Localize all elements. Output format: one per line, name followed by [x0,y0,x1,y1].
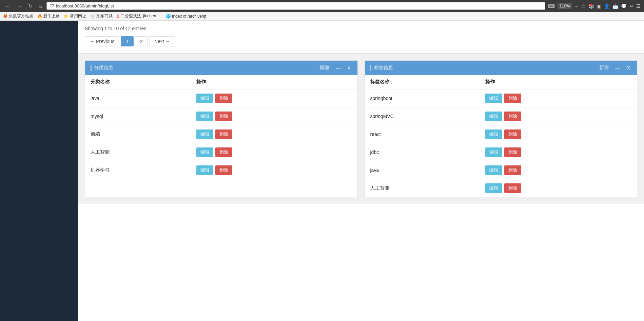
category-delete-button-1[interactable]: 删除 [215,112,232,121]
category-card-title: 分类信息 [91,65,113,71]
prev-button[interactable]: ← Previous [85,36,119,46]
category-table-row: 人工智能 编辑 删除 [85,143,357,161]
tag-action-cell: 编辑 删除 [480,89,637,107]
category-table-row: java 编辑 删除 [85,89,357,107]
tag-delete-button-0[interactable]: 删除 [504,94,521,103]
chat-icon[interactable]: 💬 [621,3,627,9]
tag-delete-button-4[interactable]: 删除 [504,165,521,175]
category-action-cell: 编辑 删除 [191,107,357,125]
tag-close-button[interactable]: X [626,65,631,71]
entries-info: Showing 1 to 10 of 12 entries [85,26,637,31]
page-2-button[interactable]: 2 [135,36,148,46]
menu-icon[interactable]: ☰ [636,3,641,9]
category-name-cell: 人工智能 [85,143,191,161]
more-icon[interactable]: ··· [574,3,579,9]
tag-add-button[interactable]: 新增 [598,65,610,71]
category-delete-button-0[interactable]: 删除 [215,94,232,103]
refresh-button[interactable]: ↻ [26,2,34,10]
tag-name-cell: java [365,161,480,179]
tag-table: 标签名称 操作 springboot 编辑 删除 springMVC [365,75,637,197]
category-table-row: 机器学习 编辑 删除 [85,161,357,179]
browser-chrome: ← → ↻ ⌂ 🛡 localhost:8080/admin/blogList … [0,0,644,12]
tag-action-col-header: 操作 [480,75,637,89]
category-card-actions: 新增 — X [318,65,352,71]
bookmark-common[interactable]: 📁 常用网址 [64,13,86,19]
category-delete-button-2[interactable]: 删除 [215,129,232,139]
bookmark-newbie[interactable]: 🔥 新手上路 [37,13,60,19]
tag-card: 标签信息 新增 — X 标签名称 操作 [365,60,638,197]
security-icon: 🛡 [50,3,54,8]
tag-delete-button-2[interactable]: 删除 [504,129,521,139]
forward-button[interactable]: → [15,2,24,10]
tag-table-row: jdbc 编辑 删除 [365,143,637,161]
category-close-button[interactable]: X [346,65,352,71]
main-layout: Showing 1 to 10 of 12 entries ← Previous… [0,21,644,321]
next-button[interactable]: Next → [149,36,175,46]
bookmark-firefox-label: 火狐官方站点 [9,13,33,19]
account-icon[interactable]: 👤 [604,3,610,9]
tag-card-title: 标签信息 [370,65,393,71]
bookmark-archive-label: Index of /archive/qt [172,14,206,19]
library-icon[interactable]: 📚 [588,3,594,9]
back-button[interactable]: ← [3,2,12,10]
tag-delete-button-3[interactable]: 删除 [504,147,521,157]
tag-table-row: java 编辑 删除 [365,161,637,179]
category-name-cell: 前端 [85,125,191,143]
category-action-col-header: 操作 [191,75,357,89]
cards-section: 分类信息 新增 — X 分类名称 操作 [78,54,644,204]
category-edit-button-3[interactable]: 编辑 [196,147,213,157]
pocket-icon[interactable]: 📩 [612,3,618,9]
tag-table-row: springboot 编辑 删除 [365,89,637,107]
category-delete-button-4[interactable]: 删除 [215,165,232,175]
tag-delete-button-5[interactable]: 删除 [504,183,521,193]
tag-table-row: 人工智能 编辑 删除 [365,179,637,197]
back-arrow-icon[interactable]: ↩ [629,3,633,9]
browser-controls: ⌨ 110% ··· ☆ 📚 ▣ 👤 📩 💬 ↩ ☰ [548,3,641,9]
category-delete-button-3[interactable]: 删除 [215,147,232,157]
bookmark-archive-icon: 🌐 [166,14,171,19]
tag-minimize-button[interactable]: — [614,65,622,71]
tag-edit-button-4[interactable]: 编辑 [485,165,502,175]
page-1-button[interactable]: 1 [121,36,134,46]
category-add-button[interactable]: 新增 [318,65,330,71]
category-edit-button-4[interactable]: 编辑 [196,165,213,175]
tag-action-cell: 编辑 删除 [480,125,637,143]
category-edit-button-0[interactable]: 编辑 [196,94,213,103]
tag-edit-button-5[interactable]: 编辑 [485,183,502,193]
tag-action-cell: 编辑 删除 [480,107,637,125]
sidebar-toggle-icon[interactable]: ▣ [597,3,601,9]
category-edit-button-1[interactable]: 编辑 [196,112,213,121]
tag-edit-button-2[interactable]: 编辑 [485,129,502,139]
bookmark-firefox-icon: 🦊 [3,14,8,19]
bookmark-archive[interactable]: 🌐 Index of /archive/qt [166,13,206,19]
tag-table-row: react 编辑 删除 [365,125,637,143]
zoom-level: 110% [558,3,572,9]
tag-card-header: 标签信息 新增 — X [365,61,637,75]
category-table-row: mysql 编辑 删除 [85,107,357,125]
category-minimize-button[interactable]: — [334,65,342,71]
tag-card-actions: 新增 — X [598,65,631,71]
address-bar[interactable]: 🛡 localhost:8080/admin/blogList [46,2,545,10]
tag-delete-button-1[interactable]: 删除 [504,112,521,121]
category-card-body: 分类名称 操作 java 编辑 删除 mysql 编辑 [85,75,357,179]
tag-edit-button-3[interactable]: 编辑 [485,147,502,157]
tag-edit-button-0[interactable]: 编辑 [485,94,502,103]
category-card-header: 分类信息 新增 — X [85,61,357,75]
bookmark-star-icon[interactable]: ☆ [581,3,586,9]
tag-action-cell: 编辑 删除 [480,161,637,179]
bookmark-firefox[interactable]: 🦊 火狐官方站点 [3,13,33,19]
bookmark-binary[interactable]: C 二分查找法_jinchen_... [117,13,162,19]
tag-action-cell: 编辑 删除 [480,143,637,161]
tag-edit-button-1[interactable]: 编辑 [485,112,502,121]
category-name-cell: mysql [85,107,191,125]
tag-table-row: springMVC 编辑 删除 [365,107,637,125]
bookmark-binary-label: 二分查找法_jinchen_... [121,13,162,19]
bookmark-common-label: 常用网址 [70,13,86,19]
bookmark-jd[interactable]: 🛒 京东商城 [90,13,113,19]
category-edit-button-2[interactable]: 编辑 [196,129,213,139]
sidebar [0,21,78,321]
bookmark-jd-label: 京东商城 [96,13,113,19]
tag-card-body: 标签名称 操作 springboot 编辑 删除 springMVC [365,75,637,197]
home-button[interactable]: ⌂ [37,2,44,10]
category-action-cell: 编辑 删除 [191,143,357,161]
